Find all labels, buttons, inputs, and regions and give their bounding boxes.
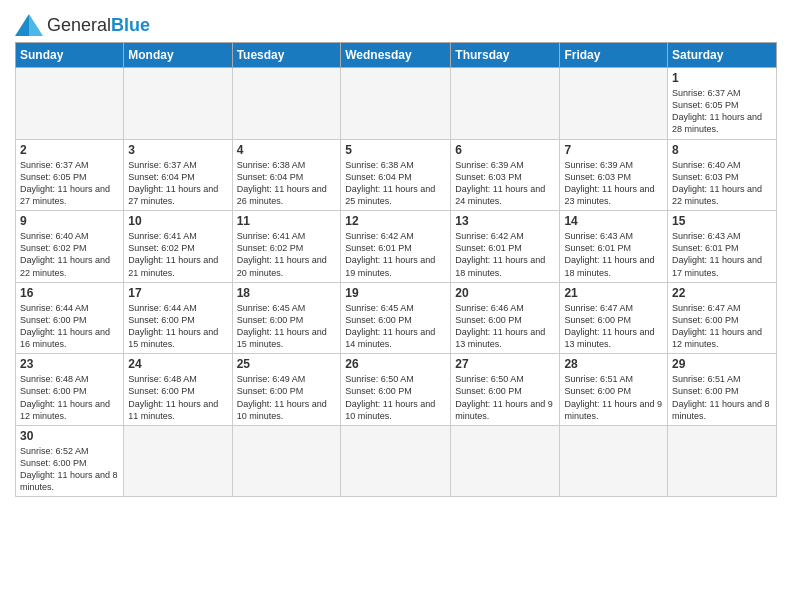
day-number: 2: [20, 143, 119, 157]
calendar-cell: [560, 425, 668, 497]
day-info: Sunrise: 6:37 AM Sunset: 6:05 PM Dayligh…: [20, 159, 119, 208]
day-number: 27: [455, 357, 555, 371]
calendar-cell: [232, 68, 341, 140]
day-number: 3: [128, 143, 227, 157]
day-number: 30: [20, 429, 119, 443]
calendar-cell: 3Sunrise: 6:37 AM Sunset: 6:04 PM Daylig…: [124, 139, 232, 211]
calendar-cell: 16Sunrise: 6:44 AM Sunset: 6:00 PM Dayli…: [16, 282, 124, 354]
calendar-cell: 22Sunrise: 6:47 AM Sunset: 6:00 PM Dayli…: [668, 282, 777, 354]
calendar-cell: [232, 425, 341, 497]
calendar-cell: [451, 425, 560, 497]
day-number: 5: [345, 143, 446, 157]
calendar-cell: [341, 68, 451, 140]
day-number: 12: [345, 214, 446, 228]
calendar-cell: 4Sunrise: 6:38 AM Sunset: 6:04 PM Daylig…: [232, 139, 341, 211]
day-number: 21: [564, 286, 663, 300]
day-info: Sunrise: 6:44 AM Sunset: 6:00 PM Dayligh…: [128, 302, 227, 351]
day-info: Sunrise: 6:37 AM Sunset: 6:04 PM Dayligh…: [128, 159, 227, 208]
day-info: Sunrise: 6:47 AM Sunset: 6:00 PM Dayligh…: [672, 302, 772, 351]
day-number: 23: [20, 357, 119, 371]
day-info: Sunrise: 6:43 AM Sunset: 6:01 PM Dayligh…: [672, 230, 772, 279]
day-info: Sunrise: 6:48 AM Sunset: 6:00 PM Dayligh…: [20, 373, 119, 422]
day-number: 1: [672, 71, 772, 85]
calendar-cell: 24Sunrise: 6:48 AM Sunset: 6:00 PM Dayli…: [124, 354, 232, 426]
calendar-cell: [451, 68, 560, 140]
calendar-cell: 10Sunrise: 6:41 AM Sunset: 6:02 PM Dayli…: [124, 211, 232, 283]
day-info: Sunrise: 6:51 AM Sunset: 6:00 PM Dayligh…: [564, 373, 663, 422]
day-number: 29: [672, 357, 772, 371]
calendar-body: 1Sunrise: 6:37 AM Sunset: 6:05 PM Daylig…: [16, 68, 777, 497]
calendar-cell: 14Sunrise: 6:43 AM Sunset: 6:01 PM Dayli…: [560, 211, 668, 283]
day-number: 10: [128, 214, 227, 228]
day-info: Sunrise: 6:42 AM Sunset: 6:01 PM Dayligh…: [345, 230, 446, 279]
day-number: 13: [455, 214, 555, 228]
day-number: 9: [20, 214, 119, 228]
day-info: Sunrise: 6:47 AM Sunset: 6:00 PM Dayligh…: [564, 302, 663, 351]
weekday-header-tuesday: Tuesday: [232, 43, 341, 68]
calendar-cell: 30Sunrise: 6:52 AM Sunset: 6:00 PM Dayli…: [16, 425, 124, 497]
calendar-cell: 17Sunrise: 6:44 AM Sunset: 6:00 PM Dayli…: [124, 282, 232, 354]
calendar-cell: 5Sunrise: 6:38 AM Sunset: 6:04 PM Daylig…: [341, 139, 451, 211]
calendar-week-3: 9Sunrise: 6:40 AM Sunset: 6:02 PM Daylig…: [16, 211, 777, 283]
day-number: 22: [672, 286, 772, 300]
day-info: Sunrise: 6:51 AM Sunset: 6:00 PM Dayligh…: [672, 373, 772, 422]
weekday-header-friday: Friday: [560, 43, 668, 68]
day-info: Sunrise: 6:42 AM Sunset: 6:01 PM Dayligh…: [455, 230, 555, 279]
logo-text: GeneralBlue: [47, 15, 150, 36]
calendar-cell: 7Sunrise: 6:39 AM Sunset: 6:03 PM Daylig…: [560, 139, 668, 211]
day-info: Sunrise: 6:39 AM Sunset: 6:03 PM Dayligh…: [564, 159, 663, 208]
calendar-cell: 15Sunrise: 6:43 AM Sunset: 6:01 PM Dayli…: [668, 211, 777, 283]
calendar-cell: 13Sunrise: 6:42 AM Sunset: 6:01 PM Dayli…: [451, 211, 560, 283]
weekday-header-thursday: Thursday: [451, 43, 560, 68]
calendar-table: SundayMondayTuesdayWednesdayThursdayFrid…: [15, 42, 777, 497]
day-number: 25: [237, 357, 337, 371]
day-info: Sunrise: 6:40 AM Sunset: 6:03 PM Dayligh…: [672, 159, 772, 208]
day-number: 20: [455, 286, 555, 300]
calendar-cell: 19Sunrise: 6:45 AM Sunset: 6:00 PM Dayli…: [341, 282, 451, 354]
day-info: Sunrise: 6:45 AM Sunset: 6:00 PM Dayligh…: [345, 302, 446, 351]
logo: GeneralBlue: [15, 14, 150, 36]
day-info: Sunrise: 6:38 AM Sunset: 6:04 PM Dayligh…: [237, 159, 337, 208]
calendar-cell: [16, 68, 124, 140]
day-number: 11: [237, 214, 337, 228]
day-number: 14: [564, 214, 663, 228]
calendar-cell: 20Sunrise: 6:46 AM Sunset: 6:00 PM Dayli…: [451, 282, 560, 354]
day-info: Sunrise: 6:50 AM Sunset: 6:00 PM Dayligh…: [455, 373, 555, 422]
weekday-header-wednesday: Wednesday: [341, 43, 451, 68]
day-number: 26: [345, 357, 446, 371]
calendar-cell: 1Sunrise: 6:37 AM Sunset: 6:05 PM Daylig…: [668, 68, 777, 140]
day-number: 6: [455, 143, 555, 157]
calendar-cell: 26Sunrise: 6:50 AM Sunset: 6:00 PM Dayli…: [341, 354, 451, 426]
day-info: Sunrise: 6:43 AM Sunset: 6:01 PM Dayligh…: [564, 230, 663, 279]
weekday-header-saturday: Saturday: [668, 43, 777, 68]
day-number: 19: [345, 286, 446, 300]
header: GeneralBlue: [15, 10, 777, 36]
calendar-header: SundayMondayTuesdayWednesdayThursdayFrid…: [16, 43, 777, 68]
day-info: Sunrise: 6:45 AM Sunset: 6:00 PM Dayligh…: [237, 302, 337, 351]
day-number: 16: [20, 286, 119, 300]
weekday-header-sunday: Sunday: [16, 43, 124, 68]
calendar-cell: 8Sunrise: 6:40 AM Sunset: 6:03 PM Daylig…: [668, 139, 777, 211]
day-number: 7: [564, 143, 663, 157]
calendar-cell: [124, 425, 232, 497]
calendar-week-1: 1Sunrise: 6:37 AM Sunset: 6:05 PM Daylig…: [16, 68, 777, 140]
day-info: Sunrise: 6:48 AM Sunset: 6:00 PM Dayligh…: [128, 373, 227, 422]
calendar-cell: 18Sunrise: 6:45 AM Sunset: 6:00 PM Dayli…: [232, 282, 341, 354]
calendar-week-2: 2Sunrise: 6:37 AM Sunset: 6:05 PM Daylig…: [16, 139, 777, 211]
calendar-cell: [668, 425, 777, 497]
day-info: Sunrise: 6:41 AM Sunset: 6:02 PM Dayligh…: [237, 230, 337, 279]
day-info: Sunrise: 6:44 AM Sunset: 6:00 PM Dayligh…: [20, 302, 119, 351]
calendar-week-4: 16Sunrise: 6:44 AM Sunset: 6:00 PM Dayli…: [16, 282, 777, 354]
day-number: 8: [672, 143, 772, 157]
calendar-cell: 25Sunrise: 6:49 AM Sunset: 6:00 PM Dayli…: [232, 354, 341, 426]
day-info: Sunrise: 6:50 AM Sunset: 6:00 PM Dayligh…: [345, 373, 446, 422]
day-info: Sunrise: 6:40 AM Sunset: 6:02 PM Dayligh…: [20, 230, 119, 279]
calendar-cell: 12Sunrise: 6:42 AM Sunset: 6:01 PM Dayli…: [341, 211, 451, 283]
calendar-cell: [560, 68, 668, 140]
calendar-week-5: 23Sunrise: 6:48 AM Sunset: 6:00 PM Dayli…: [16, 354, 777, 426]
calendar-cell: [341, 425, 451, 497]
day-info: Sunrise: 6:38 AM Sunset: 6:04 PM Dayligh…: [345, 159, 446, 208]
logo-icon: [15, 14, 43, 36]
calendar-cell: 2Sunrise: 6:37 AM Sunset: 6:05 PM Daylig…: [16, 139, 124, 211]
day-number: 4: [237, 143, 337, 157]
